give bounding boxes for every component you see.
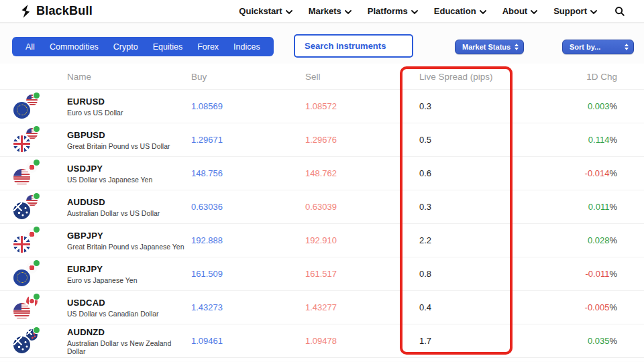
us-flag-icon bbox=[13, 303, 30, 320]
header-buy[interactable]: Buy bbox=[191, 72, 305, 82]
sell-price[interactable]: 192.910 bbox=[305, 235, 419, 245]
nav-item-markets[interactable]: Markets bbox=[309, 6, 352, 16]
au-flag-icon bbox=[13, 337, 30, 353]
instrument-symbol: EURUSD bbox=[67, 97, 191, 107]
instrument-row-eurjpy[interactable]: EURJPY Euro vs Japanese Yen 161.509 161.… bbox=[0, 257, 644, 290]
instrument-row-usdjpy[interactable]: USDJPY US Dollar vs Japanese Yen 148.756… bbox=[0, 156, 644, 190]
instrument-description: Great Britain Pound vs US Dollar bbox=[67, 142, 191, 150]
instrument-row-eurusd[interactable]: EURUSD Euro vs US Dollar 1.08569 1.08572… bbox=[0, 89, 644, 123]
nav-item-label: Quickstart bbox=[239, 6, 282, 16]
instrument-description: Euro vs Japanese Yen bbox=[67, 276, 191, 284]
currency-pair-flags bbox=[12, 194, 42, 220]
instrument-description: Australian Dollar vs New Zealand Dollar bbox=[67, 339, 191, 355]
1d-change-cell: -0.005% bbox=[537, 302, 617, 312]
instrument-symbol: USDJPY bbox=[67, 164, 191, 174]
header-live-spread[interactable]: Live Spread (pips) bbox=[419, 72, 537, 82]
chevron-down-icon bbox=[411, 10, 418, 14]
sell-price[interactable]: 1.43277 bbox=[305, 302, 419, 312]
instrument-row-audnzd[interactable]: AUDNZD Australian Dollar vs New Zealand … bbox=[0, 324, 644, 357]
live-spread-value: 1.7 bbox=[419, 336, 537, 346]
instrument-name-cell: USDJPY US Dollar vs Japanese Yen bbox=[67, 164, 191, 184]
buy-price[interactable]: 1.29671 bbox=[191, 135, 305, 145]
tab-equities[interactable]: Equities bbox=[146, 42, 190, 52]
chevron-down-icon bbox=[590, 10, 597, 14]
nav-item-support[interactable]: Support bbox=[553, 6, 597, 16]
live-spread-value: 0.3 bbox=[419, 101, 537, 111]
currency-pair-flags bbox=[12, 127, 42, 153]
sort-by-dropdown[interactable]: Sort by... bbox=[562, 40, 634, 54]
table-header-row: Name Buy Sell Live Spread (pips) 1D Chg bbox=[0, 64, 644, 89]
buy-price[interactable]: 1.09461 bbox=[191, 336, 305, 346]
percent-sign: % bbox=[609, 101, 617, 111]
currency-pair-flags bbox=[12, 94, 42, 119]
1d-change-value: 0.028 bbox=[588, 235, 610, 245]
1d-change-cell: 0.011% bbox=[537, 202, 617, 212]
asset-class-tabs: AllCommoditiesCryptoEquitiesForexIndices bbox=[12, 37, 274, 56]
tab-indices[interactable]: Indices bbox=[226, 42, 268, 52]
1d-change-value: -0.011 bbox=[586, 269, 610, 279]
instrument-description: US Dollar vs Canadian Dollar bbox=[67, 310, 191, 318]
instrument-row-gbpjpy[interactable]: GBPJPY Great Britain Pound vs Japanese Y… bbox=[0, 223, 644, 257]
buy-price[interactable]: 0.63036 bbox=[191, 202, 305, 212]
nav-item-platforms[interactable]: Platforms bbox=[368, 6, 418, 16]
market-open-status-dot bbox=[34, 93, 40, 99]
instrument-name-cell: EURUSD Euro vs US Dollar bbox=[67, 97, 191, 117]
us-flag-icon bbox=[13, 169, 30, 186]
nav-item-education[interactable]: Education bbox=[434, 6, 486, 16]
1d-change-value: 0.114 bbox=[588, 135, 610, 145]
tab-all[interactable]: All bbox=[18, 42, 42, 52]
nav-item-quickstart[interactable]: Quickstart bbox=[239, 6, 292, 16]
sell-price[interactable]: 161.517 bbox=[305, 269, 419, 279]
instrument-row-audusd[interactable]: AUDUSD Australian Dollar vs US Dollar 0.… bbox=[0, 190, 644, 223]
tab-commodities[interactable]: Commodities bbox=[42, 42, 106, 52]
nav-item-label: Platforms bbox=[368, 6, 408, 16]
instrument-row-usdcad[interactable]: USDCAD US Dollar vs Canadian Dollar 1.43… bbox=[0, 290, 644, 324]
instrument-name-cell: EURJPY Euro vs Japanese Yen bbox=[67, 264, 191, 284]
sell-price[interactable]: 148.762 bbox=[305, 168, 419, 178]
buy-price[interactable]: 192.888 bbox=[191, 235, 305, 245]
1d-change-value: 0.035 bbox=[588, 336, 610, 346]
live-spread-value: 0.3 bbox=[419, 202, 537, 212]
buy-price[interactable]: 1.08569 bbox=[191, 101, 305, 111]
buy-price[interactable]: 161.509 bbox=[191, 269, 305, 279]
header-name[interactable]: Name bbox=[67, 72, 191, 82]
sell-price[interactable]: 0.63039 bbox=[305, 202, 419, 212]
instrument-description: Australian Dollar vs US Dollar bbox=[67, 209, 191, 217]
instrument-row-gbpusd[interactable]: GBPUSD Great Britain Pound vs US Dollar … bbox=[0, 123, 644, 156]
percent-sign: % bbox=[609, 302, 617, 312]
sell-price[interactable]: 1.29676 bbox=[305, 135, 419, 145]
sell-price[interactable]: 1.09478 bbox=[305, 336, 419, 346]
instrument-symbol: EURJPY bbox=[67, 264, 191, 274]
header-sell[interactable]: Sell bbox=[305, 72, 419, 82]
instrument-symbol: GBPUSD bbox=[67, 130, 191, 140]
instrument-description: Euro vs US Dollar bbox=[67, 109, 191, 117]
percent-sign: % bbox=[609, 168, 617, 178]
live-spread-value: 2.2 bbox=[419, 235, 537, 245]
au-flag-icon bbox=[13, 202, 30, 219]
market-open-status-dot bbox=[34, 327, 40, 333]
buy-price[interactable]: 1.43273 bbox=[191, 302, 305, 312]
1d-change-cell: -0.014% bbox=[537, 168, 617, 178]
brand-logo[interactable]: BlackBull bbox=[20, 4, 93, 18]
eu-flag-icon bbox=[13, 102, 30, 119]
percent-sign: % bbox=[609, 235, 617, 245]
search-icon[interactable] bbox=[614, 6, 625, 17]
chevron-down-icon bbox=[286, 10, 292, 14]
percent-sign: % bbox=[609, 202, 617, 212]
nav-item-label: Markets bbox=[309, 6, 341, 16]
header-1d-change[interactable]: 1D Chg bbox=[537, 72, 617, 82]
table-body: EURUSD Euro vs US Dollar 1.08569 1.08572… bbox=[0, 89, 644, 357]
updown-arrows-icon bbox=[515, 44, 519, 50]
search-input[interactable] bbox=[295, 41, 412, 51]
sell-price[interactable]: 1.08572 bbox=[305, 101, 419, 111]
nav-item-about[interactable]: About bbox=[502, 6, 538, 16]
instrument-name-cell: AUDUSD Australian Dollar vs US Dollar bbox=[67, 197, 191, 217]
instrument-name-cell: GBPJPY Great Britain Pound vs Japanese Y… bbox=[67, 231, 191, 251]
live-spread-value: 0.4 bbox=[419, 302, 537, 312]
market-status-dropdown[interactable]: Market Status bbox=[455, 40, 524, 54]
chevron-down-icon bbox=[531, 10, 537, 14]
tab-crypto[interactable]: Crypto bbox=[106, 42, 146, 52]
tab-forex[interactable]: Forex bbox=[190, 42, 226, 52]
buy-price[interactable]: 148.756 bbox=[191, 168, 305, 178]
percent-sign: % bbox=[609, 336, 617, 346]
